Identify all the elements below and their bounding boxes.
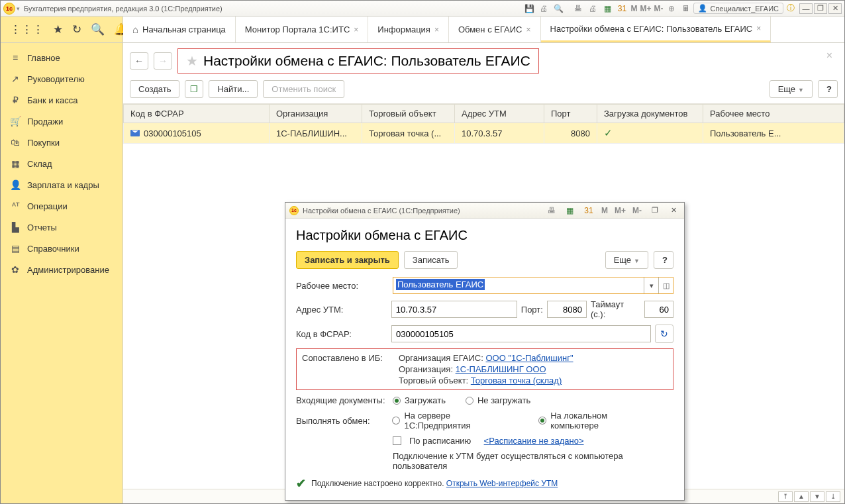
dialog-more-button[interactable]: Еще▼ [605, 251, 648, 269]
open-external-button[interactable]: ◫ [659, 277, 673, 294]
help-button[interactable]: ? [818, 80, 838, 98]
tab-info[interactable]: Информация× [368, 17, 449, 42]
mem-mminus[interactable]: M- [631, 206, 643, 215]
create-button[interactable]: Создать [130, 80, 179, 98]
col-utm[interactable]: Адрес УТМ [455, 105, 544, 123]
cancel-search-button[interactable]: Отменить поиск [263, 80, 344, 98]
sidebar-item-admin[interactable]: ✿Администрирование [1, 259, 123, 280]
save-icon[interactable]: 💾 [523, 3, 535, 15]
window-restore-button[interactable]: ❐ [814, 3, 827, 14]
calendar31-icon[interactable]: 31 [616, 3, 628, 15]
close-icon[interactable]: × [756, 24, 761, 33]
dialog-help-button[interactable]: ? [654, 251, 673, 269]
col-org[interactable]: Организация [270, 105, 362, 123]
mem-mplus[interactable]: M+ [638, 4, 652, 13]
zoom-icon[interactable]: ⊕ [666, 3, 677, 15]
matched-shop-label: Торговый объект: [399, 376, 471, 385]
preview-icon[interactable]: 🔍 [552, 3, 564, 15]
radio-noload[interactable]: Не загружать [466, 395, 530, 405]
printer2-icon[interactable]: 🖶 [572, 3, 584, 15]
save-button[interactable]: Записать [404, 251, 458, 269]
sidebar-item-bank[interactable]: ₽Банк и касса [1, 89, 123, 111]
nav-forward-button[interactable]: → [154, 52, 172, 70]
grid-icon[interactable]: ⋮⋮⋮ [10, 23, 44, 36]
page-down-button[interactable]: ▼ [810, 491, 824, 502]
dialog-restore-button[interactable]: ❐ [648, 205, 662, 216]
fsrar-input[interactable] [391, 325, 651, 342]
close-icon[interactable]: × [354, 25, 358, 34]
app-menu-arrow-icon[interactable]: ▾ [17, 5, 20, 12]
sidebar-item-reports[interactable]: ▙Отчеты [1, 217, 123, 238]
col-port[interactable]: Порт [544, 105, 597, 123]
sidebar-item-warehouse[interactable]: ▦Склад [1, 153, 123, 174]
calendar-icon[interactable]: ▦ [601, 3, 613, 15]
page-first-button[interactable]: ⤒ [778, 491, 793, 502]
history-icon[interactable]: ↻ [72, 23, 81, 36]
favorite-star-icon[interactable]: ★ [186, 53, 198, 69]
more-button[interactable]: Еще▼ [770, 80, 813, 98]
workplace-field[interactable]: Пользователь ЕГАИС ▾ ◫ [393, 277, 673, 294]
star-icon[interactable]: ★ [53, 23, 63, 36]
tab-settings[interactable]: Настройки обмена с ЕГАИС: Пользователь Е… [541, 17, 771, 42]
user-chip[interactable]: 👤Специалист_ЕГАИС [693, 3, 783, 14]
print-icon[interactable]: 🖶 [546, 205, 558, 217]
tab-exchange[interactable]: Обмен с ЕГАИС× [449, 17, 541, 42]
page-last-button[interactable]: ⤓ [826, 491, 840, 502]
dialog-close-button[interactable]: ✕ [667, 205, 680, 216]
calendar31-icon[interactable]: 31 [583, 205, 595, 217]
mem-mminus[interactable]: M- [652, 4, 664, 13]
radio-server[interactable]: На сервере 1С:Предприятия [392, 411, 519, 430]
close-icon[interactable]: × [526, 25, 531, 34]
mem-mplus[interactable]: M+ [613, 206, 627, 215]
sidebar-item-hr[interactable]: 👤Зарплата и кадры [1, 174, 123, 195]
sidebar-item-ops[interactable]: ᴬᵀОперации [1, 195, 123, 217]
page-close-icon[interactable]: × [826, 50, 832, 62]
check-icon: ✓ [604, 127, 613, 138]
home-icon: ⌂ [132, 24, 138, 35]
calc-icon[interactable]: 🖩 [680, 3, 692, 15]
save-close-button[interactable]: Записать и закрыть [296, 251, 399, 269]
copy-button[interactable]: ❐ [185, 80, 203, 98]
col-shop[interactable]: Торговый объект [362, 105, 455, 123]
matched-org-egais-link[interactable]: ООО "1С-Паблишинг" [486, 353, 573, 363]
find-button[interactable]: Найти... [209, 80, 258, 98]
page-up-button[interactable]: ▲ [794, 491, 809, 502]
timeout-input[interactable] [644, 301, 673, 318]
close-icon[interactable]: × [434, 25, 439, 34]
info-icon[interactable]: ⓘ [785, 3, 797, 15]
reload-icon: ↻ [660, 328, 668, 339]
sidebar-item-main[interactable]: ≡Главное [1, 47, 123, 68]
col-place[interactable]: Рабочее место [703, 105, 844, 123]
radio-load[interactable]: Загружать [393, 395, 446, 405]
tab-monitor[interactable]: Монитор Портала 1С:ИТС× [236, 17, 368, 42]
schedule-checkbox[interactable] [393, 436, 401, 445]
window-close-button[interactable]: ✕ [828, 3, 842, 14]
refresh-button[interactable]: ↻ [655, 325, 673, 343]
schedule-link[interactable]: <Расписание не задано> [484, 436, 584, 446]
calendar-icon[interactable]: ▦ [564, 205, 576, 217]
sidebar-item-catalogs[interactable]: ▤Справочники [1, 238, 123, 259]
sidebar-item-purchases[interactable]: 🛍Покупки [1, 132, 123, 153]
matched-shop-link[interactable]: Торговая точка (склад) [471, 376, 562, 385]
mem-m[interactable]: M [629, 4, 638, 13]
utm-input[interactable] [391, 301, 517, 318]
tabs: ⌂Начальная страница Монитор Портала 1С:И… [123, 17, 844, 42]
dropdown-button[interactable]: ▾ [644, 277, 659, 294]
open-utm-web-link[interactable]: Открыть Web-интерфейс УТМ [446, 479, 558, 488]
tab-home[interactable]: ⌂Начальная страница [123, 17, 236, 42]
print-icon[interactable]: 🖨 [538, 3, 550, 15]
matched-org-link[interactable]: 1С-ПАБЛИШИНГ ООО [456, 364, 546, 374]
col-code[interactable]: Код в ФСРАР [124, 105, 270, 123]
col-load[interactable]: Загрузка документов [597, 105, 703, 123]
sidebar-item-manager[interactable]: ↗Руководителю [1, 68, 123, 89]
mem-m[interactable]: M [600, 206, 609, 215]
window-minimize-button[interactable]: — [799, 3, 813, 14]
table-row[interactable]: 030000105105 1С-ПАБЛИШИН... Торговая точ… [124, 123, 844, 144]
tab-label: Монитор Портала 1С:ИТС [245, 25, 350, 34]
radio-local[interactable]: На локальном компьютере [538, 411, 658, 430]
port-input[interactable] [547, 301, 587, 318]
printer3-icon[interactable]: 🖨 [587, 3, 599, 15]
sidebar-item-sales[interactable]: 🛒Продажи [1, 111, 123, 132]
nav-back-button[interactable]: ← [130, 52, 148, 70]
search-icon[interactable]: 🔍 [91, 23, 105, 36]
